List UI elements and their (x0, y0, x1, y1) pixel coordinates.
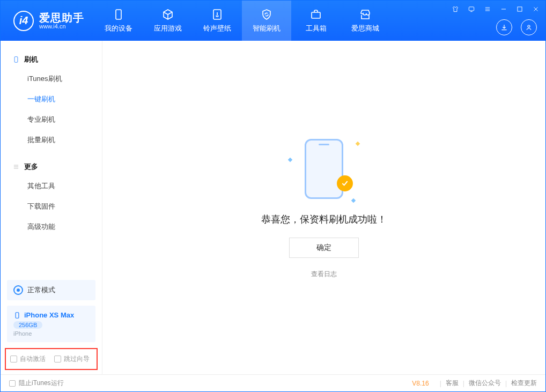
topbar: i4 爱思助手 www.i4.cn 我的设备 应用游戏 铃声壁纸 智能刷机 工具… (1, 1, 545, 41)
sidebar-section-more: 更多 (1, 158, 102, 176)
statusbar: 阻止iTunes运行 V8.16 | 客服 | 微信公众号 | 检查更新 (1, 374, 545, 391)
checkbox-icon (10, 356, 17, 363)
menu-icon[interactable] (483, 5, 492, 13)
sidebar: 刷机 iTunes刷机 一键刷机 专业刷机 批量刷机 更多 其他工具 下载固件 … (1, 41, 102, 374)
close-icon[interactable] (532, 5, 540, 13)
main-content: 恭喜您，保资料刷机成功啦！ 确定 查看日志 (102, 41, 545, 374)
svg-rect-6 (14, 57, 18, 63)
phone-small-icon (12, 56, 20, 63)
maximize-icon[interactable] (515, 5, 524, 13)
svg-point-5 (528, 25, 530, 27)
checkbox-icon (54, 356, 61, 363)
checkbox-block-itunes[interactable]: 阻止iTunes运行 (9, 379, 64, 388)
sidebar-item-batch-flash[interactable]: 批量刷机 (1, 130, 102, 150)
app-domain: www.i4.cn (39, 24, 84, 29)
sparkle-icon (351, 198, 356, 202)
checkbox-skip-guide[interactable]: 跳过向导 (54, 354, 90, 364)
briefcase-icon (309, 8, 322, 21)
check-update-link[interactable]: 检查更新 (511, 379, 537, 388)
nav-tab-apps[interactable]: 应用游戏 (143, 1, 193, 41)
sidebar-item-download-firmware[interactable]: 下载固件 (1, 196, 102, 217)
sidebar-item-itunes-flash[interactable]: iTunes刷机 (1, 69, 102, 89)
sparkle-icon (356, 141, 360, 145)
nav-tab-toolbox[interactable]: 工具箱 (291, 1, 341, 41)
nav-tab-mydevice[interactable]: 我的设备 (94, 1, 143, 41)
success-illustration (292, 137, 356, 201)
app-logo[interactable]: i4 爱思助手 www.i4.cn (1, 1, 94, 41)
wechat-link[interactable]: 微信公众号 (469, 379, 501, 388)
logo-icon: i4 (13, 11, 34, 31)
svg-rect-4 (518, 7, 522, 11)
user-icon[interactable] (521, 19, 537, 35)
sidebar-item-other-tools[interactable]: 其他工具 (1, 176, 102, 196)
nav-tab-ringtones[interactable]: 铃声壁纸 (193, 1, 242, 41)
sidebar-bottom-checks: 自动激活 跳过向导 (5, 348, 98, 370)
svg-rect-2 (312, 12, 320, 18)
mode-status-icon (13, 285, 23, 295)
svg-rect-7 (16, 312, 19, 318)
phone-outline-icon (305, 139, 343, 199)
topbar-right-icons (496, 19, 537, 35)
sparkle-icon (288, 157, 292, 161)
sidebar-item-oneclick-flash[interactable]: 一键刷机 (1, 89, 102, 109)
nav-tab-flash[interactable]: 智能刷机 (242, 1, 291, 41)
svg-rect-0 (116, 10, 121, 19)
nav-tabs: 我的设备 应用游戏 铃声壁纸 智能刷机 工具箱 爱思商城 (94, 1, 390, 41)
skin-icon[interactable] (451, 5, 460, 13)
device-card[interactable]: iPhone XS Max 256GB iPhone (7, 306, 95, 342)
shield-refresh-icon (260, 8, 273, 21)
feedback-icon[interactable] (467, 5, 476, 13)
checkbox-auto-activate[interactable]: 自动激活 (10, 354, 46, 364)
checkmark-badge-icon (337, 175, 353, 191)
list-icon (12, 163, 20, 171)
phone-icon (112, 8, 125, 21)
store-icon (359, 8, 372, 21)
nav-tab-store[interactable]: 爱思商城 (341, 1, 390, 41)
sidebar-section-flash: 刷机 (1, 50, 102, 69)
device-type: iPhone (13, 330, 89, 337)
download-icon[interactable] (496, 19, 512, 35)
sidebar-device-area: 正常模式 iPhone XS Max 256GB iPhone (7, 280, 95, 342)
view-log-link[interactable]: 查看日志 (311, 270, 337, 279)
sidebar-item-pro-flash[interactable]: 专业刷机 (1, 109, 102, 130)
device-storage-badge: 256GB (13, 321, 42, 329)
app-name: 爱思助手 (39, 12, 84, 24)
window-controls (451, 5, 540, 13)
version-label: V8.16 (412, 380, 429, 387)
minimize-icon[interactable] (499, 5, 508, 13)
mode-card[interactable]: 正常模式 (7, 280, 95, 300)
support-link[interactable]: 客服 (446, 379, 459, 388)
sidebar-item-advanced[interactable]: 高级功能 (1, 217, 102, 237)
success-message: 恭喜您，保资料刷机成功啦！ (261, 213, 387, 226)
body: 刷机 iTunes刷机 一键刷机 专业刷机 批量刷机 更多 其他工具 下载固件 … (1, 41, 545, 374)
ok-button[interactable]: 确定 (289, 238, 359, 258)
svg-rect-3 (469, 7, 474, 11)
checkbox-icon (9, 380, 16, 387)
music-icon (211, 8, 224, 21)
device-phone-icon (13, 312, 21, 319)
cube-icon (161, 8, 174, 21)
